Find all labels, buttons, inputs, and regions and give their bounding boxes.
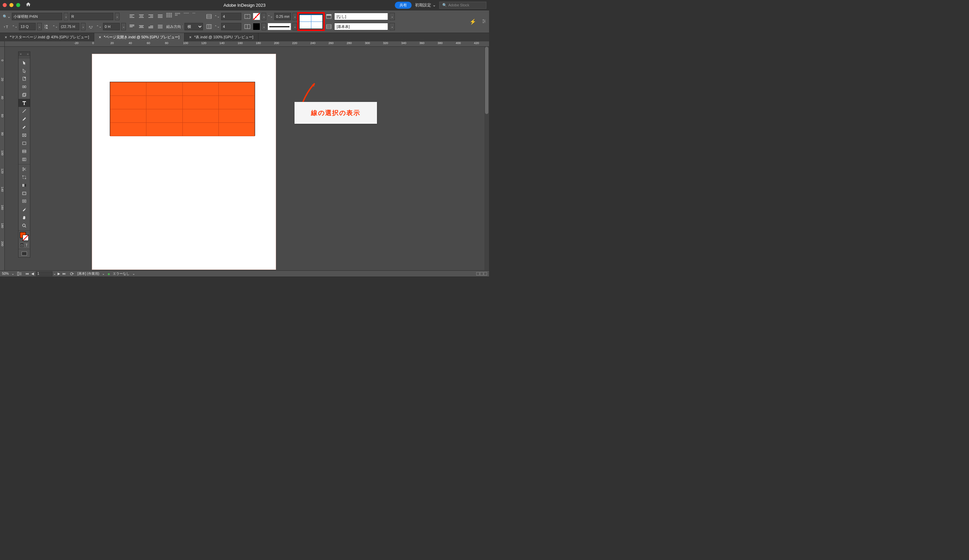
grid-btn-3[interactable] — [184, 13, 191, 20]
vertical-scrollbar[interactable] — [484, 47, 489, 271]
valign-center-button[interactable] — [137, 23, 145, 30]
leading-input[interactable] — [59, 23, 80, 30]
content-collector-tool[interactable] — [18, 91, 30, 99]
pencil-tool[interactable] — [18, 123, 30, 131]
open-nav-icon[interactable]: ⟳ — [69, 270, 75, 278]
merge-cells-icon[interactable] — [243, 12, 251, 20]
gpu-indicator-icon[interactable]: ⚡ — [470, 18, 476, 25]
stroke-weight-input[interactable] — [274, 13, 291, 20]
rectangle-tool[interactable] — [18, 139, 30, 147]
formatting-toggle[interactable]: □ T — [18, 242, 30, 248]
gap-tool[interactable] — [18, 83, 30, 91]
view-mode-icons[interactable] — [476, 272, 487, 276]
vertical-ruler[interactable]: 020406080100120140160180200 — [0, 47, 5, 271]
first-page-button[interactable]: ⏮ — [25, 271, 30, 276]
style-dropdown[interactable]: ⌄ — [115, 13, 120, 20]
home-icon[interactable] — [26, 2, 31, 8]
chevron-down-icon[interactable]: ⌄ — [12, 272, 14, 276]
eyedropper-tool[interactable] — [18, 206, 30, 214]
table-cell[interactable] — [218, 123, 255, 136]
close-tab-icon[interactable]: × — [189, 35, 191, 40]
scissors-tool[interactable] — [18, 165, 30, 173]
horizontal-ruler[interactable]: -200204060801001201401601802002202402602… — [5, 42, 489, 47]
writing-direction-select[interactable]: 横 — [185, 23, 203, 30]
chevron-down-icon[interactable]: ⌄ — [132, 272, 135, 276]
page-tool[interactable] — [18, 75, 30, 83]
doc-tab-1[interactable]: × *ページ見開き.indd @ 50% [GPU プレビュー] — [94, 33, 185, 42]
table-cell[interactable] — [182, 82, 218, 96]
valign-top-button[interactable] — [128, 23, 136, 30]
adobe-stock-search[interactable]: 🔍 Adobe Stock — [439, 2, 486, 9]
table-cell[interactable] — [110, 109, 147, 123]
valign-justify-button[interactable] — [156, 23, 164, 30]
table-cell[interactable] — [218, 96, 255, 109]
table-cell[interactable] — [182, 123, 218, 136]
table-cell[interactable] — [110, 96, 147, 109]
stroke-black-swatch[interactable] — [253, 23, 260, 30]
table-cell[interactable] — [147, 123, 182, 136]
align-justify-button[interactable] — [156, 13, 164, 20]
workspace-selector[interactable]: 初期設定 ⌄ — [415, 2, 436, 8]
fill-none-swatch[interactable] — [253, 13, 260, 20]
stroke-swatch[interactable] — [23, 235, 28, 241]
error-status[interactable]: エラーなし — [113, 271, 130, 276]
fill-dropdown[interactable]: ⌄ — [261, 13, 266, 20]
gradient-feather-tool[interactable] — [18, 189, 30, 198]
free-transform-tool[interactable] — [18, 173, 30, 181]
toolbox-header[interactable]: ×» — [18, 52, 30, 56]
preset-display[interactable]: [基本] (作業用) — [77, 271, 99, 276]
document-page[interactable] — [92, 54, 276, 269]
stroke-weight-dropdown[interactable]: ⌄ — [293, 13, 297, 20]
share-button[interactable]: 共有 — [395, 2, 411, 9]
h-grid-tool[interactable] — [18, 147, 30, 155]
color-swatches[interactable] — [18, 231, 30, 242]
zoom-display[interactable]: 50% — [2, 272, 9, 276]
close-tab-icon[interactable]: × — [99, 35, 101, 40]
table-cell[interactable] — [182, 109, 218, 123]
gradient-swatch-tool[interactable] — [18, 181, 30, 189]
font-style-input[interactable] — [70, 13, 113, 20]
table-cell[interactable] — [182, 96, 218, 109]
scrollbar-thumb[interactable] — [485, 47, 488, 114]
cell-style-dropdown[interactable]: ⌄ — [390, 23, 395, 30]
doc-tab-2[interactable]: × *表.indd @ 100% [GPU プレビュー] — [185, 33, 258, 42]
table-style-dropdown[interactable]: ⌄ — [390, 13, 395, 20]
selection-tool[interactable] — [18, 58, 30, 66]
align-center-button[interactable] — [137, 13, 145, 20]
chevron-down-icon[interactable]: ⌄ — [102, 272, 105, 276]
type-tool[interactable] — [18, 99, 30, 107]
font-family-input[interactable] — [12, 13, 62, 20]
struct-icon[interactable] — [17, 271, 22, 276]
tracking-dropdown[interactable]: ⌄ — [121, 23, 126, 30]
canvas[interactable] — [5, 47, 484, 271]
hand-tool[interactable] — [18, 214, 30, 222]
valign-bottom-button[interactable] — [147, 23, 155, 30]
v-grid-tool[interactable] — [18, 155, 30, 163]
pen-tool[interactable] — [18, 115, 30, 123]
zoom-tool[interactable] — [18, 222, 30, 230]
cell-style-select[interactable] — [334, 23, 388, 30]
font-dropdown[interactable]: ⌄ — [63, 13, 68, 20]
tracking-input[interactable] — [103, 23, 120, 30]
table-cell[interactable] — [147, 96, 182, 109]
note-tool[interactable] — [18, 198, 30, 206]
settings-icon[interactable] — [482, 19, 486, 25]
table-object[interactable] — [110, 82, 255, 136]
unmerge-cells-icon[interactable] — [243, 23, 251, 31]
close-tab-icon[interactable]: × — [5, 35, 7, 40]
next-page-button[interactable]: ▶ — [57, 271, 61, 276]
table-cell[interactable] — [110, 123, 147, 136]
rows-input[interactable] — [221, 13, 241, 20]
table-cell[interactable] — [218, 109, 255, 123]
cols-input[interactable] — [221, 23, 241, 30]
grid-btn-4[interactable] — [193, 13, 200, 20]
stroke-style-dropdown[interactable]: ⌄ — [293, 23, 297, 30]
prev-page-button[interactable]: ◀ — [30, 271, 35, 276]
table-cell[interactable] — [147, 109, 182, 123]
table-cell[interactable] — [110, 82, 147, 96]
direct-selection-tool[interactable] — [18, 66, 30, 75]
line-tool[interactable] — [18, 107, 30, 115]
border-selection-proxy[interactable] — [299, 14, 323, 29]
chevron-down-icon[interactable]: ⌄ — [53, 272, 56, 276]
minimize-window[interactable] — [10, 3, 13, 7]
